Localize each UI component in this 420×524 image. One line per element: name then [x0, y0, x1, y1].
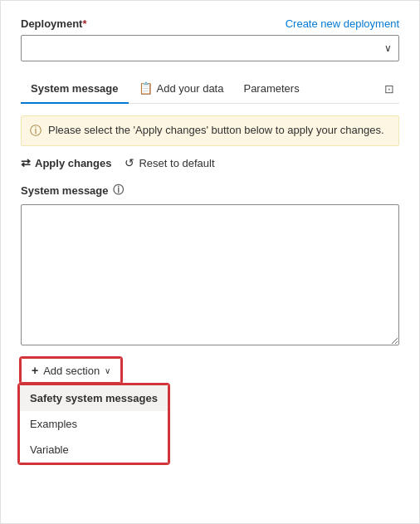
tab-parameters[interactable]: Parameters — [233, 76, 309, 103]
apply-icon: ⇄ — [21, 156, 31, 169]
main-container: Deployment* Create new deployment ∨ Syst… — [0, 0, 420, 524]
dropdown-item-examples[interactable]: Examples — [20, 411, 168, 437]
tabs-container: System message 📋 Add your data Parameter… — [21, 75, 399, 104]
tab-add-your-data-label: Add your data — [157, 82, 224, 95]
tab-system-message-label: System message — [31, 82, 119, 95]
reset-label: Reset to default — [139, 157, 214, 169]
system-message-info-icon[interactable]: ⓘ — [113, 183, 124, 198]
action-buttons: ⇄ Apply changes ↺ Reset to default — [21, 156, 399, 169]
add-section-label: Add section — [43, 365, 100, 377]
dropdown-item-safety-system-messages[interactable]: Safety system messages — [20, 385, 168, 411]
create-new-deployment-link[interactable]: Create new deployment — [286, 17, 399, 30]
tab-add-your-data[interactable]: 📋 Add your data — [129, 75, 234, 103]
deployment-dropdown[interactable]: ∨ — [21, 35, 399, 61]
add-section-button[interactable]: + Add section ∨ — [21, 358, 121, 383]
add-section-dropdown-menu: Safety system messages Examples Variable — [19, 384, 168, 463]
system-message-label-text: System message — [21, 184, 109, 197]
system-message-section-label: System message ⓘ — [21, 183, 399, 198]
add-section-wrapper: + Add section ∨ Safety system messages E… — [21, 358, 121, 383]
deployment-label-text: Deployment — [21, 17, 82, 30]
add-your-data-icon: 📋 — [139, 81, 153, 95]
tab-system-message[interactable]: System message — [21, 76, 129, 103]
reset-icon: ↺ — [125, 156, 134, 169]
reset-to-default-button[interactable]: ↺ Reset to default — [125, 156, 214, 169]
info-banner-icon: ⓘ — [30, 124, 42, 139]
tab-parameters-label: Parameters — [243, 82, 299, 95]
apply-label: Apply changes — [35, 157, 111, 169]
info-banner-text: Please select the 'Apply changes' button… — [48, 123, 384, 138]
required-marker: * — [82, 17, 86, 30]
add-section-chevron-icon: ∨ — [105, 366, 110, 375]
system-message-textarea[interactable] — [21, 204, 399, 345]
plus-icon: + — [32, 364, 38, 377]
apply-changes-button[interactable]: ⇄ Apply changes — [21, 156, 111, 169]
deployment-chevron-icon: ∨ — [384, 42, 392, 54]
deployment-label: Deployment* — [21, 17, 86, 30]
deployment-header: Deployment* Create new deployment — [21, 17, 399, 30]
info-banner: ⓘ Please select the 'Apply changes' butt… — [21, 115, 399, 146]
expand-icon[interactable]: ⊡ — [379, 77, 399, 100]
dropdown-item-variable[interactable]: Variable — [20, 437, 168, 463]
